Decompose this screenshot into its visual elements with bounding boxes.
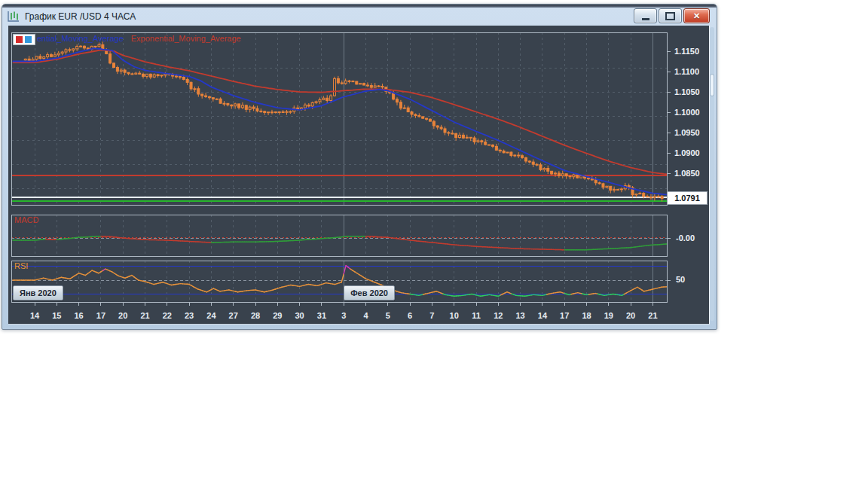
time-axis-label: 10 [444, 311, 465, 320]
vertical-scrollbar[interactable] [710, 27, 714, 321]
time-axis-label: 13 [510, 311, 531, 320]
time-axis-label: 18 [576, 311, 598, 320]
price-axis-label: 1.0850 [674, 169, 709, 178]
price-axis-label: 1.1050 [674, 87, 709, 97]
rsi-panel-label: RSI [14, 261, 28, 271]
desktop: График EUR /USD 4 ЧАСА ✕ ential_Moving_A… [0, 0, 868, 488]
minimize-button[interactable] [634, 8, 657, 23]
month-badge-jan[interactable]: Янв 2020 [13, 285, 63, 300]
time-axis-label: 11 [466, 311, 487, 320]
time-axis-label: 20 [112, 311, 133, 320]
time-axis-label: 29 [267, 311, 288, 320]
time-axis-label: 24 [200, 311, 222, 320]
maximize-icon [665, 12, 675, 20]
ema-fast-legend-label: ential_Moving_Average [37, 34, 124, 43]
price-axis-label: 1.0950 [674, 128, 709, 138]
time-axis-label: 27 [223, 311, 244, 320]
close-icon: ✕ [693, 12, 700, 20]
window-title: График EUR /USD 4 ЧАСА [25, 11, 136, 22]
time-axis-label: 17 [554, 311, 575, 320]
time-axis-label: 17 [90, 311, 112, 320]
time-axis-label: 19 [598, 311, 619, 320]
chart-canvas[interactable] [8, 26, 709, 324]
legend-red-swatch-icon [16, 36, 23, 43]
chart-window: График EUR /USD 4 ЧАСА ✕ ential_Moving_A… [2, 4, 717, 330]
window-controls: ✕ [634, 8, 710, 23]
macd-axis-value: -0.00 [676, 233, 695, 243]
time-axis-label: 22 [157, 311, 178, 320]
chart-client-area: ential_Moving_Average Exponential_Moving… [8, 26, 710, 325]
time-axis-label: 23 [179, 311, 200, 320]
time-axis-label: 21 [642, 311, 663, 320]
month-badge-feb[interactable]: Фев 2020 [344, 285, 395, 300]
legend-swatch-box[interactable] [13, 34, 35, 45]
title-bar[interactable]: График EUR /USD 4 ЧАСА ✕ [2, 8, 717, 26]
time-axis-label: 21 [135, 311, 156, 320]
indicator-legend: ential_Moving_Average Exponential_Moving… [37, 34, 241, 43]
time-axis-label: 5 [377, 311, 399, 320]
time-axis-label: 7 [421, 311, 442, 320]
rsi-axis-value: 50 [676, 275, 685, 285]
ema-slow-legend-label: Exponential_Moving_Average [131, 34, 241, 43]
price-axis-label: 1.1150 [674, 47, 709, 56]
legend-blue-swatch-icon [25, 36, 32, 43]
chart-icon [7, 11, 20, 23]
time-axis-label: 4 [356, 311, 377, 320]
time-axis-label: 20 [620, 311, 641, 320]
price-axis-label: 1.0900 [674, 148, 709, 158]
time-axis-label: 14 [24, 311, 45, 320]
time-axis-label: 28 [245, 311, 266, 320]
time-axis-label: 30 [289, 311, 310, 320]
minimize-icon [642, 16, 649, 20]
maximize-button[interactable] [659, 8, 682, 23]
time-axis-label: 3 [333, 311, 354, 320]
time-axis-label: 15 [46, 311, 67, 320]
price-axis-label: 1.1100 [674, 67, 709, 77]
macd-panel-label: MACD [14, 215, 38, 225]
time-axis-label: 31 [311, 311, 332, 320]
current-price-badge: 1.0791 [667, 191, 708, 205]
time-axis-label: 14 [532, 311, 553, 320]
scrollbar-thumb[interactable] [710, 74, 714, 96]
price-axis-label: 1.1000 [674, 108, 709, 117]
time-axis-label: 12 [487, 311, 509, 320]
time-axis-label: 6 [399, 311, 420, 320]
time-axis-label: 16 [69, 311, 90, 320]
close-button[interactable]: ✕ [683, 8, 710, 23]
